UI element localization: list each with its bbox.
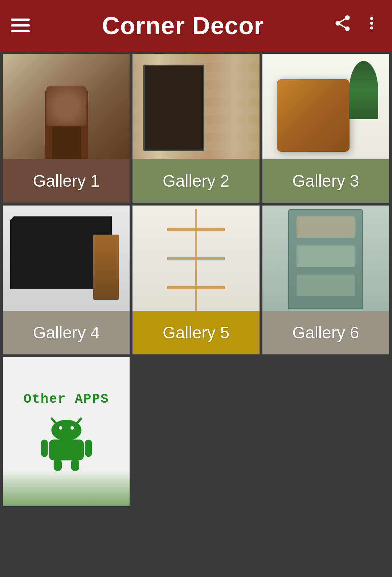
gallery-item-6[interactable]: Gallery 6 — [262, 206, 389, 354]
gallery-item-2[interactable]: Gallery 2 — [132, 54, 259, 203]
gallery-label-3: Gallery 3 — [262, 159, 389, 203]
svg-rect-8 — [53, 459, 61, 471]
plant-decoration — [3, 470, 130, 506]
android-logo-icon — [37, 414, 95, 472]
gallery-label-2: Gallery 2 — [132, 159, 259, 203]
header-actions — [333, 14, 381, 37]
gallery-image-6 — [262, 206, 389, 311]
share-button[interactable] — [333, 14, 352, 37]
app-title: Corner Decor — [102, 11, 264, 40]
gallery-item-4[interactable]: Gallery 4 — [3, 206, 130, 354]
gallery-label-1: Gallery 1 — [3, 159, 130, 203]
gallery-image-2 — [132, 54, 259, 159]
gallery-item-3[interactable]: Gallery 3 — [262, 54, 389, 203]
gallery-image-3 — [262, 54, 389, 159]
gallery-grid: Gallery 1 Gallery 2 Gallery 3 Gallery 4 … — [0, 51, 392, 509]
other-apps-tile[interactable]: Other APPS — [3, 357, 130, 506]
menu-button[interactable] — [11, 15, 33, 36]
app-header: Corner Decor — [0, 0, 392, 51]
svg-rect-6 — [41, 439, 48, 457]
gallery-label-4: Gallery 4 — [3, 311, 130, 354]
svg-rect-7 — [85, 439, 92, 457]
gallery-image-4 — [3, 206, 130, 311]
other-apps-label: Other APPS — [24, 392, 109, 407]
gallery-label-5: Gallery 5 — [132, 311, 259, 354]
more-options-button[interactable] — [362, 14, 381, 37]
gallery-image-1 — [3, 54, 130, 159]
gallery-item-5[interactable]: Gallery 5 — [132, 206, 259, 354]
svg-rect-9 — [71, 459, 79, 471]
gallery-image-5 — [132, 206, 259, 311]
svg-rect-5 — [49, 439, 84, 460]
svg-point-4 — [70, 426, 74, 430]
gallery-label-6: Gallery 6 — [262, 311, 389, 354]
gallery-item-1[interactable]: Gallery 1 — [3, 54, 130, 203]
svg-point-2 — [51, 420, 81, 441]
svg-point-3 — [59, 426, 62, 430]
